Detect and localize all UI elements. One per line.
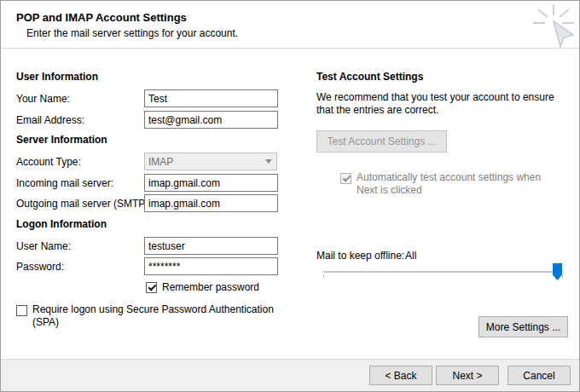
your-name-label: Your Name: [16,93,70,105]
incoming-server-input[interactable] [144,174,278,192]
test-account-description: We recommend that you test your account … [316,91,569,117]
cancel-button[interactable]: Cancel [508,366,571,385]
offline-slider-tick-left [323,274,324,278]
incoming-server-label: Incoming mail server: [16,177,113,189]
email-address-label: Email Address: [16,114,84,126]
spa-label: Require logon using Secure Password Auth… [32,303,288,329]
account-type-label: Account Type: [16,156,81,168]
dialog-subtitle: Enter the mail server settings for your … [26,27,238,39]
auto-test-checkbox[interactable] [340,173,351,184]
remember-password-checkbox[interactable] [146,282,157,293]
mail-offline-label: Mail to keep offline: [316,250,404,262]
server-information-heading: Server Information [16,134,107,146]
chevron-down-icon [261,153,276,170]
outgoing-server-label: Outgoing mail server (SMTP): [16,198,152,210]
password-input[interactable] [144,257,278,275]
next-button[interactable]: Next > [436,366,499,385]
your-name-input[interactable] [144,89,278,107]
auto-test-label: Automatically test account settings when… [357,171,565,197]
sparkle-cursor-icon [530,3,577,50]
test-account-settings-button[interactable]: Test Account Settings ... [316,130,447,153]
password-label: Password: [16,261,64,273]
logon-information-heading: Logon Information [16,218,107,230]
outgoing-server-input[interactable] [144,194,278,212]
dialog-title: POP and IMAP Account Settings [16,11,187,24]
back-button[interactable]: < Back [369,366,432,385]
offline-slider-tick-right [562,274,563,278]
account-settings-dialog: POP and IMAP Account Settings Enter the … [0,0,580,392]
account-type-dropdown[interactable]: IMAP [144,153,277,170]
more-settings-button[interactable]: More Settings ... [478,316,568,337]
test-account-settings-heading: Test Account Settings [316,71,423,83]
spa-checkbox[interactable] [16,305,27,316]
account-type-value: IMAP [148,156,173,168]
offline-slider-track[interactable] [323,271,563,273]
offline-slider-thumb[interactable] [553,263,562,280]
remember-password-label: Remember password [162,281,259,293]
header-divider [1,48,580,49]
user-name-input[interactable] [144,237,278,255]
user-information-heading: User Information [16,71,98,83]
footer-divider [1,359,580,360]
user-name-label: User Name: [16,240,71,252]
mail-offline-value: All [405,250,416,262]
email-address-input[interactable] [144,111,278,129]
